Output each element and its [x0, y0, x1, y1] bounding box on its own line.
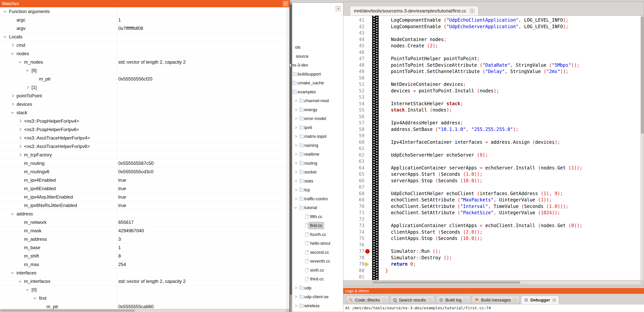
expander-icon[interactable]	[294, 109, 297, 111]
watch-row[interactable]: <ns3::AsciiTraceHelperForIpv4>	[0, 134, 287, 142]
code-line[interactable]: Ipv4InterfaceContainer interfaces = addr…	[385, 139, 560, 146]
watch-row[interactable]: argc1	[0, 16, 287, 24]
tree-row[interactable]: buildsupport	[290, 70, 343, 78]
tab-close-icon[interactable]: ×	[382, 298, 386, 302]
tree-row[interactable]: udp-client-se	[290, 293, 343, 301]
watch-row[interactable]: <ns3::AsciiTraceHelperForIpv6>	[0, 142, 287, 151]
code-line[interactable]: Ipv4AddressHelper address;	[385, 120, 463, 126]
watch-row[interactable]: m_nodesstd::vector of length 2, capacity…	[0, 58, 287, 66]
tree-row[interactable]: fifth.cc	[290, 213, 343, 221]
logs-tab-debugger[interactable]: ⚙Debugger×	[521, 296, 559, 304]
tree-row[interactable]: ipv6	[290, 124, 343, 132]
tree-row[interactable]: second.cc	[290, 249, 343, 256]
tree-row[interactable]: examples	[290, 88, 343, 96]
tree-row[interactable]: tcp	[290, 186, 343, 194]
watch-row[interactable]: m_ptr0x5555555ca660	[0, 303, 287, 309]
watch-row[interactable]: Locals	[0, 33, 287, 41]
scrollbar-thumb[interactable]	[641, 17, 644, 134]
watch-row[interactable]: [1]	[0, 83, 287, 92]
code-line[interactable]: NodeContainer nodes;	[385, 36, 446, 43]
watch-row[interactable]: [0]	[0, 66, 287, 75]
code-line[interactable]: LogComponentEnable ("UdpEchoClientApplic…	[385, 17, 568, 23]
code-line[interactable]: }	[385, 268, 388, 274]
watch-row[interactable]: Function arguments	[0, 7, 287, 16]
watch-row[interactable]: m_interfacesstd::vector of length 2, cap…	[0, 277, 287, 286]
code-line[interactable]: ApplicationContainer clientApps = echoCl…	[385, 222, 582, 229]
code-line[interactable]: pointToPoint.SetDeviceAttribute ("DataRa…	[385, 62, 580, 69]
tab-close-icon[interactable]: ×	[552, 298, 556, 302]
tree-row[interactable]: error-model	[290, 115, 343, 123]
watch-row[interactable]: m_ipv6Enabledtrue	[0, 184, 287, 193]
expander-icon[interactable]	[294, 162, 297, 164]
expander-icon[interactable]	[294, 99, 297, 102]
tree-row[interactable]: cmake_cache	[290, 79, 343, 87]
code-line[interactable]: serverApps.Start (Seconds (1.0));	[385, 171, 482, 178]
tab-close-icon[interactable]: ×	[513, 298, 517, 302]
tree-row[interactable]: tutorial	[290, 204, 343, 212]
watch-row[interactable]: m_shift8	[0, 252, 287, 260]
logs-titlebar[interactable]: Logs & others	[343, 288, 644, 294]
watch-row[interactable]: cmd	[0, 41, 287, 49]
tree-row[interactable]: wireless	[290, 302, 343, 310]
expander-icon[interactable]	[294, 144, 297, 147]
tree-row[interactable]: ns-3-dev	[290, 61, 343, 69]
tree-row[interactable]: naming	[290, 142, 343, 149]
code-line[interactable]: pointToPoint.SetChannelAttribute ("Delay…	[385, 68, 568, 75]
tree-row[interactable]: source	[290, 52, 343, 60]
watch-row[interactable]: first	[0, 294, 287, 303]
watch-row[interactable]: m_base1	[0, 243, 287, 252]
code-line[interactable]: echoClient.SetAttribute ("Interval", Tim…	[385, 203, 568, 210]
expander-icon[interactable]	[294, 117, 297, 120]
watch-row[interactable]: nodes	[0, 49, 287, 58]
expander-icon[interactable]	[294, 135, 297, 138]
code-line[interactable]: InternetStackHelper stack;	[385, 101, 463, 107]
watches-hscrollbar[interactable]	[0, 309, 289, 312]
watches-titlebar[interactable]: Watches ×	[0, 0, 289, 7]
code-line[interactable]: stack.Install (nodes);	[385, 107, 452, 114]
code-line[interactable]: address.SetBase ("10.1.1.0", "255.255.25…	[385, 126, 518, 133]
watch-row[interactable]: m_ipv4Enabledtrue	[0, 176, 287, 184]
tree-row[interactable]: routing	[290, 159, 343, 167]
watch-row[interactable]: interfaces	[0, 269, 287, 277]
watch-row[interactable]: m_tcpFactory	[0, 151, 287, 159]
code-line[interactable]: UdpEchoClientHelper echoClient (interfac…	[385, 190, 563, 197]
tab-close-icon[interactable]: ×	[464, 298, 468, 302]
expander-icon[interactable]	[294, 180, 297, 182]
expander-icon[interactable]	[290, 82, 290, 84]
watch-row[interactable]: m_routingv60x5555555cd3c0	[0, 167, 287, 176]
code-line[interactable]: UdpEchoServerHelper echoServer (9);	[385, 152, 488, 158]
tree-row[interactable]: udp	[290, 284, 343, 292]
expander-icon[interactable]	[294, 126, 297, 129]
code-line[interactable]: return 0;	[385, 261, 416, 268]
scrollbar-thumb[interactable]	[373, 281, 520, 284]
watch-row[interactable]: m_network655617	[0, 218, 287, 227]
code-line[interactable]: Simulator::Run ();	[385, 248, 441, 255]
code-line[interactable]: ApplicationContainer serverApps = echoSe…	[385, 165, 582, 171]
logs-tab-code-blocks[interactable]: ✎Code::Blocks×	[346, 296, 389, 304]
watch-row[interactable]: m_ipv6NsRsJitterEnabledtrue	[0, 201, 287, 210]
logs-tab-search-results[interactable]: Search results×	[390, 296, 435, 304]
code-line[interactable]: LogComponentEnable ("UdpEchoServerApplic…	[385, 23, 568, 30]
expander-icon[interactable]	[290, 73, 290, 75]
editor-tab[interactable]: mnt/dev/tools/source/ns-3-dev/examples/t…	[350, 6, 478, 15]
watch-row[interactable]: stack	[0, 109, 287, 117]
watch-row[interactable]: m_routing0x555555587c50	[0, 159, 287, 167]
watch-row[interactable]: address	[0, 210, 287, 218]
code-line[interactable]: clientApps.Start (Seconds (2.0));	[385, 229, 482, 236]
tree-row[interactable]: stats	[290, 177, 343, 185]
code-line[interactable]: clientApps.Stop (Seconds (10.0));	[385, 235, 482, 242]
logs-tab-build-log[interactable]: ⚙Build log×	[436, 296, 470, 304]
expander-icon[interactable]	[294, 296, 297, 298]
watch-row[interactable]: m_ipv4ArpJitterEnabledtrue	[0, 193, 287, 201]
watch-row[interactable]: devices	[0, 100, 287, 109]
watch-row[interactable]: [0]	[0, 286, 287, 294]
logs-tab-build-messages[interactable]: ⚑Build messages×	[472, 296, 520, 304]
expander-icon[interactable]	[294, 305, 297, 307]
scrollbar-thumb[interactable]	[0, 310, 135, 312]
watches-vscrollbar[interactable]	[287, 7, 289, 309]
tree-row[interactable]: ols	[290, 43, 343, 51]
code-line[interactable]: serverApps.Stop (Seconds (10.0));	[385, 178, 482, 184]
tree-row[interactable]: energy	[290, 106, 343, 114]
watch-row[interactable]: <ns3::PcapHelperForIpv4>	[0, 117, 287, 125]
watch-row[interactable]: m_mask4294967040	[0, 227, 287, 235]
